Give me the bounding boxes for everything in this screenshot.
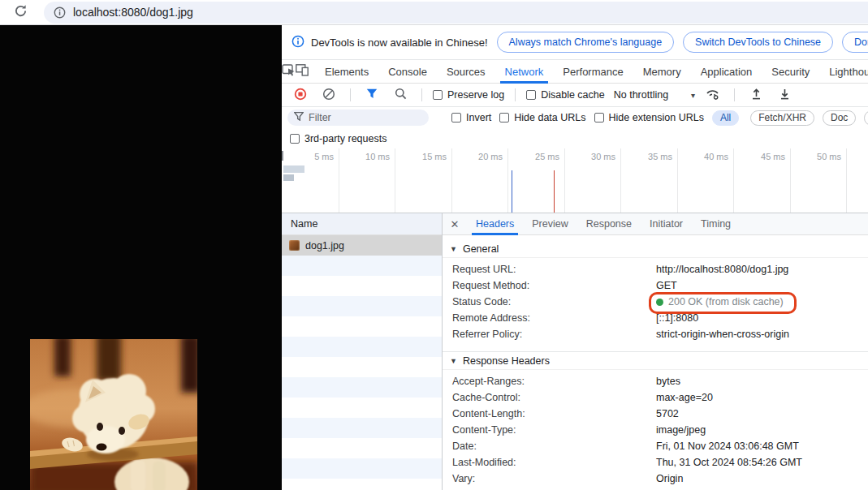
import-har-button[interactable] xyxy=(745,85,767,105)
tick-label: 10 ms xyxy=(341,152,390,161)
gridline xyxy=(620,148,621,213)
preserve-log-checkbox[interactable]: Preserve log xyxy=(433,89,504,101)
filter-input[interactable] xyxy=(309,112,422,123)
response-headers-section-header[interactable]: ▼ Response Headers xyxy=(443,352,868,370)
divider xyxy=(421,88,422,101)
tick-label: 30 ms xyxy=(567,152,615,161)
tab-console[interactable]: Console xyxy=(378,60,437,84)
header-row-status: Status Code: 200 OK (from disk cache) xyxy=(443,294,868,310)
overview-request-bar xyxy=(283,174,294,181)
throttling-value: No throttling xyxy=(614,89,668,101)
tick-label: 40 ms xyxy=(680,152,728,161)
tab-performance[interactable]: Performance xyxy=(553,60,633,84)
inspect-cursor-icon xyxy=(282,64,296,80)
gridline xyxy=(733,148,734,213)
export-har-button[interactable] xyxy=(774,85,795,105)
search-button[interactable] xyxy=(390,85,411,105)
filter-toggle-button[interactable] xyxy=(361,85,382,105)
url-text: localhost:8080/dog1.jpg xyxy=(73,6,193,19)
tab-elements[interactable]: Elements xyxy=(315,60,378,84)
request-detail-panel: ✕ Headers Preview Response Initiator Tim… xyxy=(443,213,868,490)
detail-tab-initiator[interactable]: Initiator xyxy=(641,213,692,235)
divider xyxy=(350,88,351,101)
domcontentloaded-marker xyxy=(512,170,512,213)
dont-show-button[interactable]: Don't show again xyxy=(842,32,868,53)
switch-chinese-button[interactable]: Switch DevTools to Chinese xyxy=(683,32,833,53)
funnel-icon xyxy=(294,112,304,123)
filter-chip-doc[interactable]: Doc xyxy=(823,110,856,126)
clear-icon xyxy=(322,88,335,103)
filter-chip-fetch-xhr[interactable]: Fetch/XHR xyxy=(750,110,814,126)
dog-photo xyxy=(30,339,197,490)
network-conditions-button[interactable] xyxy=(702,85,723,105)
hide-data-urls-checkbox[interactable]: Hide data URLs xyxy=(499,112,585,123)
detail-tab-response[interactable]: Response xyxy=(577,213,641,235)
checkbox-icon xyxy=(451,113,461,122)
devtools-notification-bar: DevTools is now available in Chinese! Al… xyxy=(282,25,868,60)
tab-network[interactable]: Network xyxy=(495,60,554,84)
load-marker xyxy=(554,170,555,213)
devtools-tab-strip: Elements Console Sources Network Perform… xyxy=(282,60,868,84)
tab-security[interactable]: Security xyxy=(762,60,819,84)
gridline xyxy=(790,148,791,213)
checkbox-icon xyxy=(594,113,604,122)
tick-label: 25 ms xyxy=(511,152,559,161)
download-icon xyxy=(779,88,791,102)
header-row: Content-Length: 5702 xyxy=(443,406,868,422)
page-viewport xyxy=(0,25,282,490)
device-toolbar-icon xyxy=(296,64,309,79)
site-info-icon[interactable] xyxy=(52,5,67,19)
third-party-checkbox[interactable]: 3rd-party requests xyxy=(290,133,386,144)
tick-label: 50 ms xyxy=(792,152,841,161)
disclosure-triangle-icon: ▼ xyxy=(450,245,457,253)
clear-button[interactable] xyxy=(318,85,339,105)
gridline xyxy=(846,148,847,213)
notification-text: DevTools is now available in Chinese! xyxy=(311,37,488,49)
header-row: Cache-Control: max-age=20 xyxy=(443,389,868,406)
tab-sources[interactable]: Sources xyxy=(437,60,495,84)
funnel-icon xyxy=(366,88,378,101)
network-overview-strip[interactable]: 5 ms 10 ms 15 ms 20 ms 25 ms 30 ms 35 ms… xyxy=(282,148,868,213)
device-toolbar-button[interactable] xyxy=(296,62,309,81)
detail-tab-timing[interactable]: Timing xyxy=(692,213,740,235)
match-language-button[interactable]: Always match Chrome's language xyxy=(497,32,675,53)
url-bar[interactable]: localhost:8080/dog1.jpg xyxy=(44,2,868,24)
record-button[interactable] xyxy=(290,85,311,105)
filter-input-wrap xyxy=(287,110,429,126)
network-toolbar: Preserve log Disable cache No throttling… xyxy=(282,84,868,107)
tab-memory[interactable]: Memory xyxy=(633,60,691,84)
disable-cache-checkbox[interactable]: Disable cache xyxy=(526,89,605,101)
headers-view: ▼ General Request URL: http://localhost:… xyxy=(443,235,868,490)
network-filter-row: Invert Hide data URLs Hide extension URL… xyxy=(282,107,868,128)
overview-request-bar xyxy=(283,165,304,173)
tab-lighthouse[interactable]: Lighthouse xyxy=(819,60,868,84)
inspect-element-button[interactable] xyxy=(282,62,296,81)
tab-application[interactable]: Application xyxy=(691,60,762,84)
gridline xyxy=(451,148,452,213)
throttling-select[interactable]: No throttling ▾ xyxy=(614,89,695,101)
empty-rows-stripes xyxy=(282,256,442,490)
header-row: Date: Fri, 01 Nov 2024 03:06:48 GMT xyxy=(443,438,868,454)
hide-extension-urls-checkbox[interactable]: Hide extension URLs xyxy=(594,112,704,123)
detail-tab-strip: ✕ Headers Preview Response Initiator Tim… xyxy=(443,213,868,235)
filter-chip-css[interactable]: CSS xyxy=(864,110,868,126)
filter-chip-all[interactable]: All xyxy=(712,110,739,126)
tick-label: 5 ms xyxy=(285,152,334,161)
divider xyxy=(515,88,516,101)
browser-toolbar: localhost:8080/dog1.jpg xyxy=(0,0,868,25)
record-icon xyxy=(294,88,307,103)
detail-tab-headers[interactable]: Headers xyxy=(467,213,523,235)
request-row-dog1[interactable]: dog1.jpg xyxy=(282,235,442,256)
header-row: Vary: Origin xyxy=(443,471,868,487)
header-row: Accept-Ranges: bytes xyxy=(443,373,868,389)
devtools-panel: DevTools is now available in Chinese! Al… xyxy=(282,25,868,490)
header-row: Request Method: GET xyxy=(443,277,868,294)
general-section-header[interactable]: ▼ General xyxy=(443,240,868,258)
reload-button[interactable] xyxy=(6,1,34,24)
close-icon[interactable]: ✕ xyxy=(443,218,467,230)
name-column-header[interactable]: Name xyxy=(282,213,442,235)
header-row: Request URL: http://localhost:8080/dog1.… xyxy=(443,261,868,277)
detail-tab-preview[interactable]: Preview xyxy=(523,213,577,235)
checkbox-icon xyxy=(499,113,509,122)
invert-checkbox[interactable]: Invert xyxy=(451,112,491,123)
